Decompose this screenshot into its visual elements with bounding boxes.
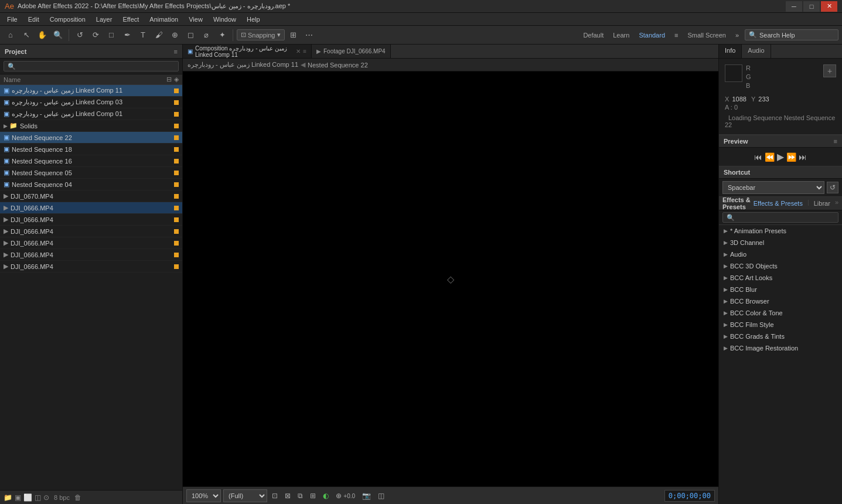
tab-comp-11[interactable]: ▣ Composition زمین عباس - رودبارچره Link… bbox=[183, 45, 312, 58]
shortcut-select[interactable]: Spacebar bbox=[722, 181, 824, 194]
new-comp-icon[interactable]: ▣ bbox=[15, 493, 21, 502]
list-item[interactable]: ▶ DJI_0666.MP4 bbox=[0, 214, 182, 226]
view-options-btn[interactable]: ⊞ bbox=[308, 491, 318, 501]
fx-category-item[interactable]: ▶ BCC Color & Tone bbox=[719, 307, 842, 319]
trash-icon[interactable]: 🗑 bbox=[74, 493, 81, 502]
shortcut-reset-button[interactable]: ↺ bbox=[827, 182, 838, 193]
tab-effects-presets[interactable]: Effects & Presets bbox=[751, 199, 805, 208]
exposure-btn[interactable]: ⊕ +0.0 bbox=[333, 491, 357, 501]
snapshot-btn[interactable]: 📷 bbox=[360, 491, 373, 501]
type-tool[interactable]: T bbox=[136, 28, 150, 42]
pen-tool[interactable]: ✒ bbox=[120, 28, 134, 42]
list-item[interactable]: ▣ Nested Sequence 04 bbox=[0, 179, 182, 190]
color-cross-btn[interactable]: + bbox=[823, 64, 836, 77]
zoom-select[interactable]: 100% 50% 200% bbox=[186, 489, 221, 502]
tab-info[interactable]: Info bbox=[719, 45, 742, 58]
new-item-icon[interactable]: ⬜ bbox=[23, 493, 32, 502]
list-item[interactable]: ▶ DJI_0666.MP4 bbox=[0, 202, 182, 214]
color-correction-btn[interactable]: ◐ bbox=[321, 491, 331, 501]
snapping-toggle[interactable]: ⊡ Snapping ▾ bbox=[237, 29, 285, 40]
comp-viewer[interactable]: ◇ bbox=[183, 71, 718, 486]
brush-tool[interactable]: 🖌 bbox=[152, 28, 166, 42]
menu-file[interactable]: File bbox=[2, 15, 22, 24]
fx-category-item[interactable]: ▶ BCC Image Restoration bbox=[719, 342, 842, 354]
search-footer-icon[interactable]: ◫ bbox=[35, 493, 41, 502]
zoom-tool[interactable]: 🔍 bbox=[51, 28, 65, 42]
fx-more-icon[interactable]: » bbox=[835, 199, 838, 208]
project-search-input[interactable] bbox=[4, 61, 179, 71]
list-item[interactable]: ▣ Nested Sequence 16 bbox=[0, 155, 182, 167]
comp-time-display[interactable]: 0;00;00;00 bbox=[664, 490, 715, 502]
select-tool[interactable]: ↖ bbox=[19, 28, 33, 42]
minimize-button[interactable]: ─ bbox=[786, 1, 802, 12]
workspace-default[interactable]: Default bbox=[579, 30, 607, 40]
workspace-small-screen[interactable]: Small Screen bbox=[684, 30, 729, 40]
menu-help[interactable]: Help bbox=[242, 15, 265, 24]
breadcrumb-item-2[interactable]: Nested Sequence 22 bbox=[308, 62, 368, 69]
menu-layer[interactable]: Layer bbox=[91, 15, 117, 24]
workspace-standard[interactable]: Standard bbox=[635, 30, 669, 40]
props-footer-icon[interactable]: ⊙ bbox=[43, 493, 49, 502]
quality-select[interactable]: (Full) (Half) (Quarter) bbox=[223, 489, 267, 502]
graph-button[interactable]: ⋯ bbox=[302, 28, 316, 42]
clone-tool[interactable]: ⊕ bbox=[168, 28, 182, 42]
fx-category-item[interactable]: ▶ BCC 3D Objects bbox=[719, 260, 842, 272]
orbit-tool[interactable]: ↺ bbox=[73, 28, 87, 42]
list-item[interactable]: ▶ 📁 Solids bbox=[0, 120, 182, 132]
roto-tool[interactable]: ⌀ bbox=[199, 28, 213, 42]
fx-category-item[interactable]: ▶ BCC Art Looks bbox=[719, 272, 842, 284]
step-forward-button[interactable]: ⏩ bbox=[786, 152, 796, 162]
workspace-learn[interactable]: Learn bbox=[609, 30, 633, 40]
mask-tool[interactable]: □ bbox=[104, 28, 118, 42]
tab-library[interactable]: Librar bbox=[812, 199, 833, 208]
fx-category-item[interactable]: ▶ BCC Browser bbox=[719, 295, 842, 307]
hand-tool[interactable]: ✋ bbox=[35, 28, 49, 42]
workspace-more[interactable]: » bbox=[732, 30, 742, 40]
menu-view[interactable]: View bbox=[184, 15, 207, 24]
project-panel-menu[interactable]: ≡ bbox=[174, 48, 178, 55]
show-snapshot-btn[interactable]: ◫ bbox=[376, 491, 387, 501]
rotate-tool[interactable]: ⟳ bbox=[88, 28, 103, 42]
puppet-tool[interactable]: ✦ bbox=[215, 28, 229, 42]
menu-window[interactable]: Window bbox=[209, 15, 241, 24]
region-of-interest-btn[interactable]: ⊡ bbox=[270, 491, 280, 501]
tab-close-icon[interactable]: ✕ bbox=[296, 48, 301, 55]
maximize-button[interactable]: □ bbox=[803, 1, 820, 12]
fx-category-item[interactable]: ▶ * Animation Presets bbox=[719, 225, 842, 237]
preview-menu-icon[interactable]: ≡ bbox=[834, 138, 837, 145]
list-item[interactable]: ▶ DJI_0666.MP4 bbox=[0, 226, 182, 237]
fx-search-input[interactable] bbox=[722, 212, 838, 223]
fx-category-item[interactable]: ▶ BCC Grads & Tints bbox=[719, 331, 842, 342]
play-button[interactable]: ▶ bbox=[777, 151, 784, 162]
go-to-end-button[interactable]: ⏭ bbox=[799, 152, 807, 162]
new-folder-icon[interactable]: 📁 bbox=[4, 493, 12, 502]
list-item[interactable]: ▶ DJI_0666.MP4 bbox=[0, 249, 182, 261]
close-button[interactable]: ✕ bbox=[821, 1, 837, 12]
home-button[interactable]: ⌂ bbox=[4, 28, 18, 42]
fx-category-item[interactable]: ▶ BCC Blur bbox=[719, 284, 842, 295]
list-item[interactable]: ▣ Nested Sequence 22 bbox=[0, 132, 182, 144]
list-item[interactable]: ▶ DJI_0670.MP4 bbox=[0, 190, 182, 202]
menu-animation[interactable]: Animation bbox=[145, 15, 183, 24]
fx-category-item[interactable]: ▶ Audio bbox=[719, 248, 842, 260]
search-input[interactable] bbox=[759, 32, 836, 39]
fx-category-item[interactable]: ▶ 3D Channel bbox=[719, 237, 842, 248]
workspace-menu[interactable]: ≡ bbox=[671, 30, 681, 40]
menu-edit[interactable]: Edit bbox=[23, 15, 44, 24]
list-item[interactable]: ▣ زمین عباس - رودبارچره Linked Comp 01 bbox=[0, 108, 182, 120]
tab-menu-icon[interactable]: ≡ bbox=[303, 48, 306, 55]
menu-composition[interactable]: Composition bbox=[45, 15, 90, 24]
tab-footage-dji[interactable]: ▶ Footage DJI_0666.MP4 bbox=[312, 45, 391, 58]
eraser-tool[interactable]: ◻ bbox=[183, 28, 197, 42]
list-item[interactable]: ▶ DJI_0666.MP4 bbox=[0, 261, 182, 273]
transparency-btn[interactable]: ⊠ bbox=[282, 491, 293, 501]
comp-flowchart-btn[interactable]: ⧉ bbox=[295, 491, 305, 501]
list-item[interactable]: ▶ DJI_0666.MP4 bbox=[0, 237, 182, 249]
list-item[interactable]: ▣ زمین عباس - رودبارچره Linked Comp 11 bbox=[0, 85, 182, 97]
list-item[interactable]: ▣ زمین عباس - رودبارچره Linked Comp 03 bbox=[0, 97, 182, 108]
tab-audio[interactable]: Audio bbox=[742, 45, 771, 58]
align-button[interactable]: ⊞ bbox=[287, 28, 301, 42]
fx-category-item[interactable]: ▶ BCC Film Style bbox=[719, 319, 842, 331]
menu-effect[interactable]: Effect bbox=[118, 15, 144, 24]
list-item[interactable]: ▣ Nested Sequence 18 bbox=[0, 144, 182, 155]
